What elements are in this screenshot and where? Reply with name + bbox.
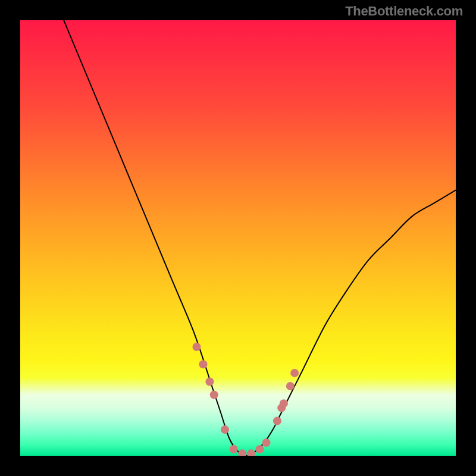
chart-frame: TheBottleneck.com: [0, 0, 476, 476]
watermark-text: TheBottleneck.com: [345, 4, 463, 19]
highlight-point: [199, 360, 207, 368]
highlight-point: [205, 378, 214, 386]
highlight-point: [280, 399, 288, 408]
highlight-point: [221, 425, 229, 434]
highlight-point: [290, 369, 299, 377]
highlight-point: [273, 416, 281, 425]
highlight-point: [256, 445, 264, 453]
plot-area: [20, 20, 456, 456]
highlight-point: [286, 382, 295, 390]
highlight-point: [210, 391, 218, 399]
highlight-point: [192, 343, 201, 351]
chart-svg: [20, 20, 456, 456]
highlight-point: [262, 439, 271, 447]
highlight-point: [230, 445, 238, 453]
